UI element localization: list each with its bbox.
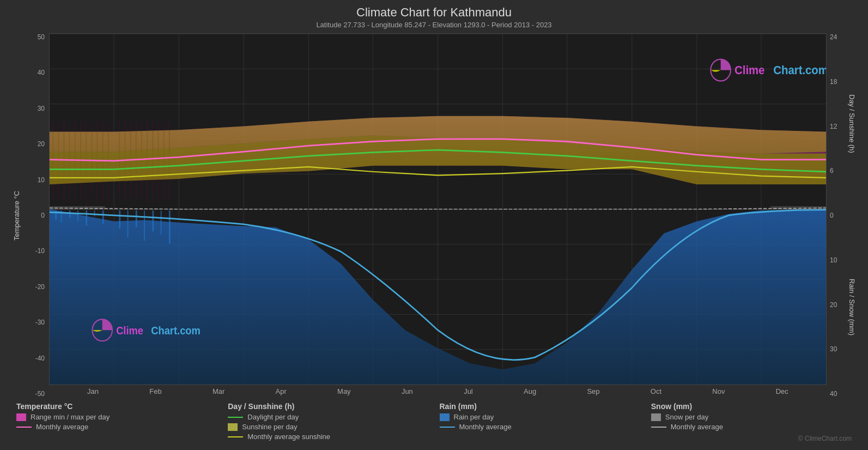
legend-temp-avg-label: Monthly average	[36, 423, 88, 431]
svg-rect-34	[144, 211, 145, 241]
month-apr: Apr	[276, 387, 287, 395]
svg-rect-37	[169, 211, 171, 244]
svg-rect-36	[161, 211, 162, 235]
svg-text:Clime: Clime	[735, 63, 765, 77]
legend-temp-range-swatch	[16, 413, 26, 421]
chart-svg-container: Clime Chart.com Clime Chart.com	[49, 33, 827, 385]
legend-snow-swatch	[651, 413, 661, 421]
svg-text:Chart.com: Chart.com	[151, 325, 201, 337]
legend-sunshine: Day / Sunshine (h) Daylight per day Suns…	[228, 402, 428, 442]
y-axis-right-bottom-label: Rain / Snow (mm)	[846, 217, 857, 398]
chart-subtitle: Latitude 27.733 - Longitude 85.247 - Ele…	[11, 21, 857, 29]
legend-sunshine-avg: Monthly average sunshine	[228, 433, 428, 441]
legend-rain-day: Rain per day	[440, 413, 640, 421]
legend-sunshine-swatch	[228, 423, 238, 431]
y-axis-left-label: Temperature °C	[11, 33, 22, 398]
legend-area: Temperature °C Range min / max per day M…	[11, 398, 857, 445]
legend-daylight-line	[228, 417, 243, 418]
watermark: © ClimeChart.com	[651, 434, 852, 442]
month-jun: Jun	[402, 387, 413, 395]
month-jan: Jan	[87, 387, 99, 395]
svg-rect-28	[86, 211, 87, 226]
chart-title: Climate Chart for Kathmandu	[11, 5, 857, 20]
legend-rain-avg-label: Monthly average	[459, 423, 512, 431]
svg-rect-30	[102, 211, 104, 224]
x-axis-labels: Jan Feb Mar Apr May Jun Jul Aug Sep Oct …	[87, 385, 788, 398]
svg-rect-29	[94, 211, 95, 217]
legend-snow-day-label: Snow per day	[665, 413, 709, 421]
legend-snow: Snow (mm) Snow per day Monthly average ©…	[651, 402, 852, 442]
month-dec: Dec	[776, 387, 788, 395]
legend-snow-avg-line	[651, 427, 666, 428]
legend-temp-avg: Monthly average	[16, 423, 217, 431]
month-nov: Nov	[712, 387, 725, 395]
legend-rain: Rain (mm) Rain per day Monthly average	[440, 402, 640, 442]
svg-rect-26	[69, 211, 71, 218]
legend-daylight: Daylight per day	[228, 413, 428, 421]
legend-rain-day-label: Rain per day	[454, 413, 494, 421]
svg-text:Clime: Clime	[116, 325, 143, 337]
legend-sunshine-title: Day / Sunshine (h)	[228, 402, 428, 411]
month-oct: Oct	[651, 387, 661, 395]
month-mar: Mar	[213, 387, 224, 395]
svg-rect-31	[119, 211, 120, 229]
page-container: Climate Chart for Kathmandu Latitude 27.…	[0, 0, 868, 450]
legend-rain-swatch	[440, 413, 450, 421]
svg-rect-33	[136, 211, 137, 227]
legend-daylight-label: Daylight per day	[247, 413, 299, 421]
legend-temperature: Temperature °C Range min / max per day M…	[16, 402, 217, 442]
chart-area: Temperature °C 50 40 30 20 10 0 -10 -20 …	[11, 33, 857, 398]
month-feb: Feb	[149, 387, 161, 395]
legend-temp-range-label: Range min / max per day	[31, 413, 110, 421]
month-sep: Sep	[587, 387, 599, 395]
legend-sunshine-avg-label: Monthly average sunshine	[247, 433, 330, 441]
month-jul: Jul	[464, 387, 473, 395]
legend-rain-avg-line	[440, 427, 455, 428]
month-may: May	[337, 387, 351, 395]
legend-temp-title: Temperature °C	[16, 402, 217, 411]
svg-text:Chart.com: Chart.com	[773, 63, 826, 77]
legend-sunshine-day: Sunshine per day	[228, 423, 428, 431]
legend-snow-day: Snow per day	[651, 413, 852, 421]
legend-rain-avg: Monthly average	[440, 423, 640, 431]
legend-temp-range: Range min / max per day	[16, 413, 217, 421]
month-aug: Aug	[524, 387, 536, 395]
y-axis-left-ticks: 50 40 30 20 10 0 -10 -20 -30 -40 -50	[22, 33, 49, 398]
x-axis: Jan Feb Mar Apr May Jun Jul Aug Sep Oct …	[87, 385, 788, 398]
svg-rect-27	[77, 211, 78, 221]
y-axis-right-top-label: Day / Sunshine (h)	[846, 33, 857, 214]
legend-snow-title: Snow (mm)	[651, 402, 852, 411]
legend-snow-avg: Monthly average	[651, 423, 852, 431]
legend-sunshine-avg-line	[228, 436, 243, 437]
svg-rect-32	[128, 211, 129, 238]
legend-rain-title: Rain (mm)	[440, 402, 640, 411]
legend-temp-avg-line	[16, 427, 32, 428]
y-axis-right-ticks: 24 18 12 6 0 10 20 30 40	[827, 33, 846, 398]
svg-rect-35	[152, 211, 154, 232]
legend-sunshine-day-label: Sunshine per day	[242, 423, 297, 431]
legend-snow-avg-label: Monthly average	[671, 423, 723, 431]
